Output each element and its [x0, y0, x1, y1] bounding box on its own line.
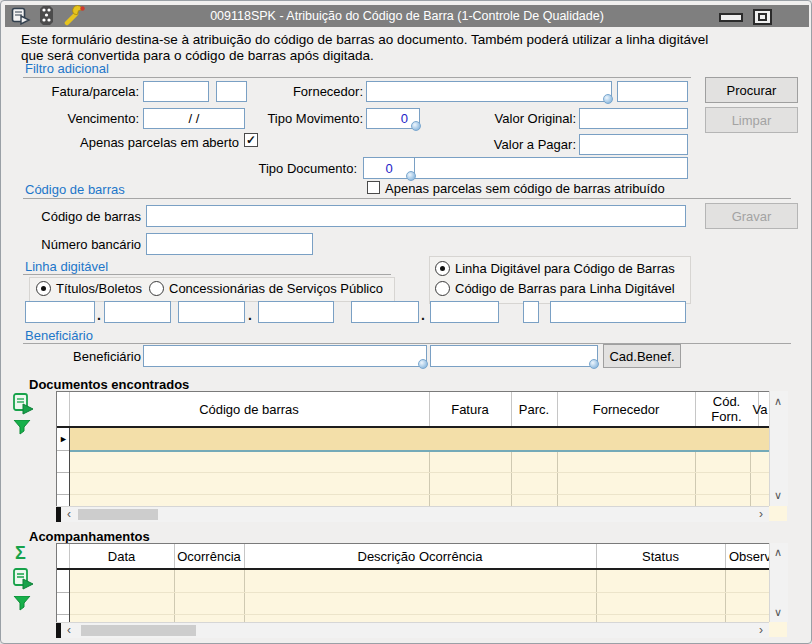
- apenas-abertas-checkbox[interactable]: ✓: [244, 133, 258, 147]
- hscroll-thumb[interactable]: [81, 625, 196, 636]
- scroll-down-icon[interactable]: ∨: [774, 490, 782, 501]
- linha-divider: [23, 274, 391, 275]
- hscroll-thumb[interactable]: [78, 509, 158, 520]
- linha-field-1[interactable]: [25, 301, 95, 323]
- minimize-button[interactable]: [719, 13, 743, 22]
- numero-bancario-label: Número bancário: [21, 237, 141, 252]
- row-separator: [69, 592, 770, 593]
- filter-funnel-icon[interactable]: [13, 596, 31, 615]
- export-grid-icon[interactable]: [11, 567, 35, 595]
- col-codigo-barras[interactable]: Código de barras: [69, 392, 430, 426]
- tipo-movimento-input[interactable]: 0: [366, 108, 420, 129]
- cad-benef-button[interactable]: Cad.Benef.: [603, 344, 681, 368]
- scroll-up-icon[interactable]: ∧: [774, 396, 782, 407]
- gravar-button[interactable]: Gravar: [705, 203, 798, 229]
- scrollbar-corner: [769, 622, 787, 637]
- exit-form-icon[interactable]: [11, 7, 31, 29]
- scroll-left-icon[interactable]: ‹: [67, 625, 71, 636]
- linha-field-2[interactable]: [104, 301, 171, 323]
- procurar-button[interactable]: Procurar: [705, 77, 798, 103]
- sem-codigo-label: Apenas parcelas sem código de barras atr…: [385, 181, 665, 196]
- column-separator: [244, 570, 245, 623]
- col-ocorrencia[interactable]: Ocorrência: [174, 544, 245, 568]
- check-icon: ✓: [246, 133, 256, 147]
- tipo-movimento-lookup-icon[interactable]: [411, 121, 421, 131]
- beneficiario-lookup-icon[interactable]: [418, 359, 428, 369]
- radio-concessionarias[interactable]: Concessionárias de Serviços Público: [149, 281, 383, 296]
- column-separator: [596, 570, 597, 623]
- fornecedor-lookup-icon[interactable]: [603, 94, 613, 104]
- sem-codigo-checkbox[interactable]: [367, 181, 380, 194]
- valor-pagar-label: Valor a Pagar:: [461, 137, 576, 152]
- documentos-vscrollbar[interactable]: ∧ ∨: [769, 391, 788, 506]
- vencimento-input[interactable]: / /: [143, 108, 245, 129]
- radio-ld-para-cb[interactable]: Linha Digitável para Código de Barras: [435, 261, 675, 276]
- col-parc[interactable]: Parc.: [511, 392, 558, 426]
- linha-field-6[interactable]: [430, 301, 499, 323]
- fornecedor-cod-input[interactable]: [617, 81, 688, 102]
- export-grid-icon[interactable]: [11, 392, 35, 420]
- maximize-button[interactable]: [753, 9, 772, 25]
- col-data[interactable]: Data: [69, 544, 175, 568]
- fatura-parcela-label: Fatura/parcela:: [21, 84, 139, 99]
- linha-field-7[interactable]: [550, 301, 686, 323]
- traffic-light-icon[interactable]: [39, 5, 54, 30]
- valor-original-input[interactable]: [579, 108, 688, 129]
- documentos-hscrollbar[interactable]: ‹ ›: [56, 506, 769, 522]
- codigo-barras-input[interactable]: [146, 205, 686, 227]
- radio-titulos-boletos[interactable]: Títulos/Boletos: [36, 281, 142, 296]
- filter-funnel-icon[interactable]: [13, 420, 31, 439]
- linha-separator-dot: .: [97, 307, 101, 323]
- beneficiario-nome-lookup-icon[interactable]: [589, 359, 599, 369]
- numero-bancario-input[interactable]: [146, 233, 313, 255]
- radio-cb-para-ld-label: Código de Barras para Linha Digitável: [455, 281, 675, 296]
- selected-row[interactable]: [69, 428, 770, 452]
- acompanhamentos-hscrollbar[interactable]: ‹ ›: [56, 622, 769, 638]
- radio-cb-para-ld[interactable]: Código de Barras para Linha Digitável: [435, 281, 675, 296]
- column-separator: [725, 570, 726, 623]
- acompanhamentos-vscrollbar[interactable]: ∧ ∨: [769, 543, 788, 622]
- radio-unselected-icon: [435, 281, 450, 296]
- app-window: 009118SPK - Atribuição do Código de Barr…: [0, 0, 812, 644]
- beneficiario-nome-input[interactable]: [430, 345, 598, 367]
- parcela-input[interactable]: [216, 81, 247, 102]
- scroll-left-icon[interactable]: ‹: [67, 509, 71, 520]
- col-observacao[interactable]: Observ: [725, 544, 774, 568]
- linha-field-3[interactable]: [178, 301, 245, 323]
- documentos-table[interactable]: Código de barras Fatura Parc. Fornecedor…: [56, 391, 771, 508]
- fornecedor-input[interactable]: [366, 81, 612, 102]
- tipo-documento-input[interactable]: 0: [363, 157, 688, 179]
- scroll-right-icon[interactable]: ›: [759, 509, 763, 520]
- codigo-barras-label: Código de barras: [21, 209, 141, 224]
- col-valor[interactable]: Va: [750, 392, 770, 426]
- window-title: 009118SPK - Atribuição do Código de Barr…: [5, 9, 809, 23]
- current-row-indicator: ►: [59, 434, 68, 444]
- limpar-button[interactable]: Limpar: [705, 107, 798, 133]
- fatura-input[interactable]: [143, 81, 209, 102]
- vencimento-value: / /: [189, 111, 200, 126]
- scroll-down-icon[interactable]: ∨: [774, 607, 782, 618]
- tipo-documento-lookup-icon[interactable]: [406, 171, 416, 181]
- row-separator: [69, 472, 770, 473]
- linha-field-4[interactable]: [258, 301, 334, 323]
- scroll-right-icon[interactable]: ›: [759, 625, 763, 636]
- beneficiario-input[interactable]: [143, 345, 427, 367]
- col-fatura[interactable]: Fatura: [429, 392, 512, 426]
- wrench-icon[interactable]: [63, 5, 86, 30]
- tipo-documento-code-segment[interactable]: 0: [364, 158, 415, 178]
- acompanhamentos-header-row: Data Ocorrência Descrição Ocorrência Sta…: [57, 544, 770, 570]
- radio-titulos-label: Títulos/Boletos: [56, 281, 142, 296]
- radio-unselected-icon: [149, 281, 164, 296]
- beneficiario-label: Beneficiário: [21, 349, 141, 364]
- linha-field-dv[interactable]: [523, 301, 539, 323]
- row-separator: [69, 614, 770, 615]
- col-fornecedor[interactable]: Fornecedor: [557, 392, 696, 426]
- row-indicator-column: [57, 570, 70, 623]
- acompanhamentos-table[interactable]: Data Ocorrência Descrição Ocorrência Sta…: [56, 543, 771, 624]
- scroll-up-icon[interactable]: ∧: [774, 547, 782, 558]
- sum-icon[interactable]: Σ: [15, 543, 26, 564]
- col-descricao[interactable]: Descrição Ocorrência: [244, 544, 597, 568]
- col-status[interactable]: Status: [596, 544, 726, 568]
- valor-pagar-input[interactable]: [579, 134, 688, 155]
- linha-field-5[interactable]: [351, 301, 419, 323]
